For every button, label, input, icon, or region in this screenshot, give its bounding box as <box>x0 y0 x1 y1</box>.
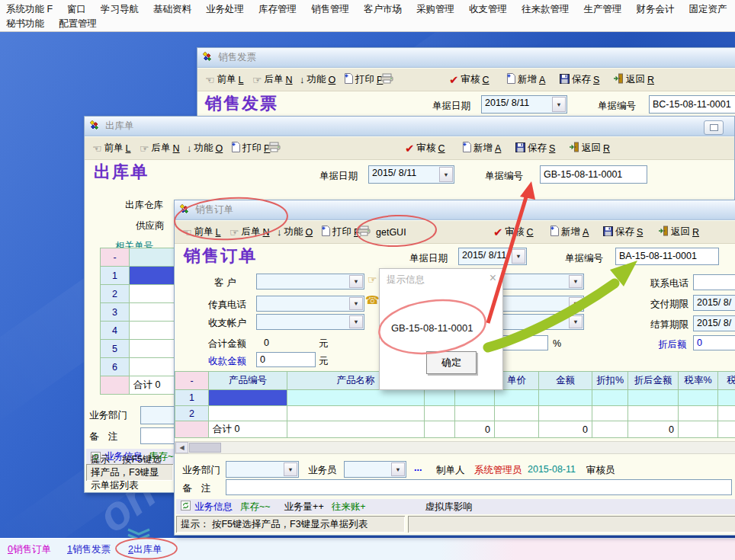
ok-button[interactable]: 确定 <box>426 351 477 374</box>
toolbar-button-前单[interactable]: ☜前单L <box>92 137 131 159</box>
menu-item-7[interactable]: 客户市场 <box>362 2 403 17</box>
column-header-8[interactable]: 折后金额 <box>628 372 679 390</box>
order-titlebar[interactable]: 销售订单 <box>175 200 735 220</box>
toolbar-button-打印[interactable]: 打印P <box>231 137 270 159</box>
menu-item-12[interactable]: 财务会计 <box>635 2 676 17</box>
menu-item-8[interactable]: 采购管理 <box>415 2 456 17</box>
order-clerk-combobox[interactable]: ▼ <box>344 461 406 478</box>
invoice-titlebar[interactable]: 销售发票 <box>197 48 735 68</box>
dropdown-arrow-icon[interactable]: ▼ <box>349 275 363 288</box>
order-fax-combobox[interactable]: ▼ <box>256 296 364 312</box>
menu-item-6[interactable]: 销售管理 <box>310 2 351 17</box>
toolbar-button-前单[interactable]: ☜前单L <box>182 221 221 243</box>
column-header-0[interactable]: - <box>175 372 209 390</box>
toolbar-button-功能[interactable]: ↓功能O <box>277 221 313 243</box>
dropdown-arrow-icon[interactable]: ▼ <box>569 297 583 310</box>
toolbar-button-新增[interactable]: 新增A <box>550 221 589 243</box>
dropdown-arrow-icon[interactable]: ▼ <box>349 297 363 310</box>
toolbar-button-保存[interactable]: 保存S <box>515 137 555 159</box>
dropdown-arrow-icon[interactable]: ▼ <box>439 167 453 182</box>
column-header-10[interactable]: 税额 <box>718 372 735 390</box>
order-note-input[interactable] <box>226 479 732 495</box>
order-delivery-combobox[interactable]: 2015/ 8/ <box>693 295 735 311</box>
toolbar-button-功能[interactable]: ↓功能O <box>300 69 335 91</box>
column-header-9[interactable]: 税率% <box>679 372 718 390</box>
toolbar-button-返回[interactable]: 返回R <box>658 221 699 243</box>
scrollbar-thumb[interactable] <box>189 443 221 453</box>
menu-item-3[interactable]: 基础资料 <box>152 2 193 17</box>
toolbar-button-前单[interactable]: ☜前单L <box>205 69 244 91</box>
toolbar-button-后单[interactable]: ☞后单N <box>252 69 293 91</box>
invoice-no-input[interactable]: BC-15-08-11-0001 <box>649 95 735 114</box>
order-customer-combobox[interactable]: ▼ <box>256 274 364 290</box>
menu-item-0[interactable]: 系统功能 F <box>5 2 54 17</box>
order-no-input[interactable]: BA-15-08-11-0001 <box>615 248 719 265</box>
toolbar-button-printer[interactable] <box>268 137 281 159</box>
close-icon[interactable]: × <box>489 271 496 285</box>
column-header-1[interactable]: 产品编号 <box>209 372 287 390</box>
toolbar-button-printer[interactable] <box>358 221 371 243</box>
pointing-hand-icon[interactable]: ☞ <box>368 274 377 286</box>
dropdown-arrow-icon[interactable]: ▼ <box>569 315 583 328</box>
toolbar-button-审核[interactable]: ✔审核C <box>493 221 534 243</box>
invoice-date-combobox[interactable]: 2015/ 8/11▼ <box>481 95 567 114</box>
grid-header-minus[interactable]: - <box>101 248 130 267</box>
toolbar-button-审核[interactable]: ✔审核C <box>405 137 445 159</box>
menu-item-13[interactable]: 固定资产 <box>688 2 729 17</box>
column-header-7[interactable]: 折扣% <box>592 372 628 390</box>
order-date-combobox[interactable]: 2015/ 8/11▼ <box>458 248 527 265</box>
toolbar-button-printer[interactable] <box>380 69 393 91</box>
more-button[interactable]: ... <box>414 462 422 473</box>
taskbar-item-0[interactable]: 0销售订单 <box>8 543 51 556</box>
order-received-input[interactable]: 0 <box>256 352 316 367</box>
toolbar-button-打印[interactable]: 打印P <box>321 221 360 243</box>
order-link-4[interactable]: 虚拟库影响 <box>425 501 473 514</box>
dropdown-arrow-icon[interactable]: ▼ <box>349 315 363 328</box>
menu-item-9[interactable]: 收支管理 <box>467 2 509 17</box>
toolbar-button-后单[interactable]: ☞后单N <box>229 221 270 243</box>
order-table-row[interactable]: 1 <box>175 390 735 406</box>
toolbar-button-保存[interactable]: 保存S <box>560 69 599 91</box>
order-contact-input[interactable] <box>693 274 735 290</box>
outbound-date-combobox[interactable]: 2015/ 8/11▼ <box>368 165 454 184</box>
phone-icon[interactable]: ☎ <box>365 293 380 307</box>
taskbar-item-2[interactable]: 2出库单 <box>128 543 162 556</box>
order-settle-combobox[interactable]: 2015/ 8/ <box>693 315 735 331</box>
order-after-discount-input[interactable]: 0 <box>693 335 735 350</box>
menu-item-10[interactable]: 往来款管理 <box>520 2 571 17</box>
order-hscrollbar[interactable]: ◀ <box>175 441 735 454</box>
menu-item-5[interactable]: 库存管理 <box>257 2 298 17</box>
toolbar-button-返回[interactable]: 返回R <box>613 69 654 91</box>
menu-item-row2-1[interactable]: 配置管理 <box>57 17 98 31</box>
order-dept-combobox[interactable]: ▼ <box>226 461 299 478</box>
dropdown-arrow-icon[interactable]: ▼ <box>284 462 297 476</box>
menu-item-11[interactable]: 生产管理 <box>583 2 624 17</box>
dropdown-arrow-icon[interactable]: ▼ <box>512 249 525 264</box>
minimize-button[interactable] <box>704 120 724 135</box>
dropdown-arrow-icon[interactable]: ▼ <box>391 462 405 476</box>
menu-item-1[interactable]: 窗口 <box>66 2 88 17</box>
toolbar-button-getGUI[interactable]: getGUI <box>376 221 406 243</box>
outbound-titlebar[interactable]: 出库单 <box>85 117 734 136</box>
order-table-row[interactable]: 2 <box>175 406 735 421</box>
menu-item-2[interactable]: 学习导航 <box>99 2 140 17</box>
order-link-2[interactable]: 业务量++ <box>284 501 324 514</box>
toolbar-button-功能[interactable]: ↓功能O <box>187 137 223 159</box>
outbound-no-input[interactable]: GB-15-08-11-0001 <box>540 165 647 184</box>
order-link-0[interactable]: 业务信息 <box>194 501 233 514</box>
order-link-3[interactable]: 往来账+ <box>332 501 366 514</box>
toolbar-button-返回[interactable]: 返回R <box>569 137 610 159</box>
toolbar-button-后单[interactable]: ☞后单N <box>140 137 180 159</box>
order-link-1[interactable]: 库存~~ <box>240 501 271 514</box>
column-header-6[interactable]: 金额 <box>539 372 592 390</box>
menu-item-row2-0[interactable]: 秘书功能 <box>5 17 46 31</box>
toolbar-button-新增[interactable]: 新增A <box>506 69 545 91</box>
toolbar-button-新增[interactable]: 新增A <box>462 137 501 159</box>
order-account-combobox[interactable]: ▼ <box>256 314 364 330</box>
toolbar-button-打印[interactable]: 打印P <box>344 69 383 91</box>
scroll-left-arrow-icon[interactable]: ◀ <box>175 442 188 453</box>
taskbar-item-1[interactable]: 1销售发票 <box>67 543 111 556</box>
menu-item-4[interactable]: 业务处理 <box>204 2 246 17</box>
toolbar-button-保存[interactable]: 保存S <box>603 221 643 243</box>
toolbar-button-审核[interactable]: ✔审核C <box>449 69 489 91</box>
